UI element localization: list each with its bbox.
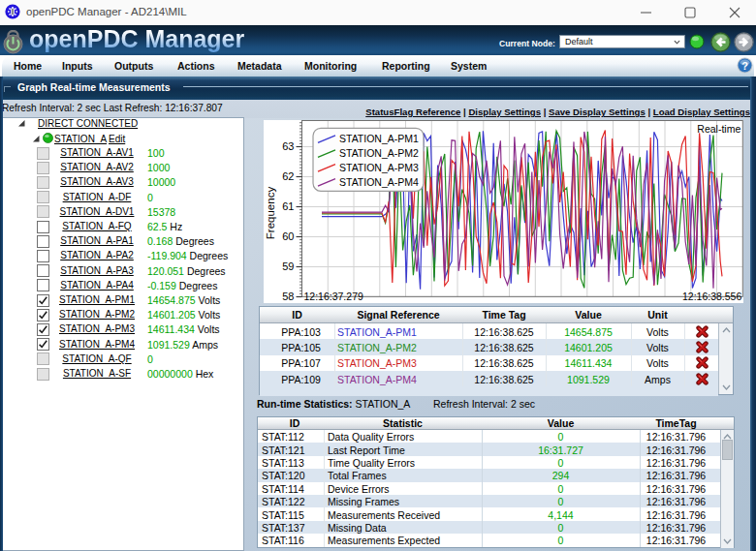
- svg-text:Frequency: Frequency: [265, 187, 276, 240]
- svg-text:STATION_A-PM3: STATION_A-PM3: [339, 162, 419, 173]
- svg-text:61: 61: [282, 200, 294, 212]
- svg-text:STATION_A-PM2: STATION_A-PM2: [339, 147, 419, 159]
- svg-text:Real-time: Real-time: [697, 123, 740, 135]
- svg-text:STATION_A-PM4: STATION_A-PM4: [339, 176, 419, 188]
- svg-text:STATION_A-PM1: STATION_A-PM1: [339, 133, 419, 144]
- svg-text:?: ?: [741, 60, 748, 72]
- svg-text:63: 63: [282, 140, 294, 152]
- svg-text:60: 60: [282, 230, 294, 242]
- svg-text:59: 59: [282, 260, 294, 272]
- svg-text:12:16:37.279: 12:16:37.279: [304, 291, 363, 302]
- svg-text:62: 62: [282, 170, 294, 182]
- svg-text:58: 58: [282, 291, 294, 302]
- svg-text:12:16:38.556: 12:16:38.556: [682, 291, 741, 302]
